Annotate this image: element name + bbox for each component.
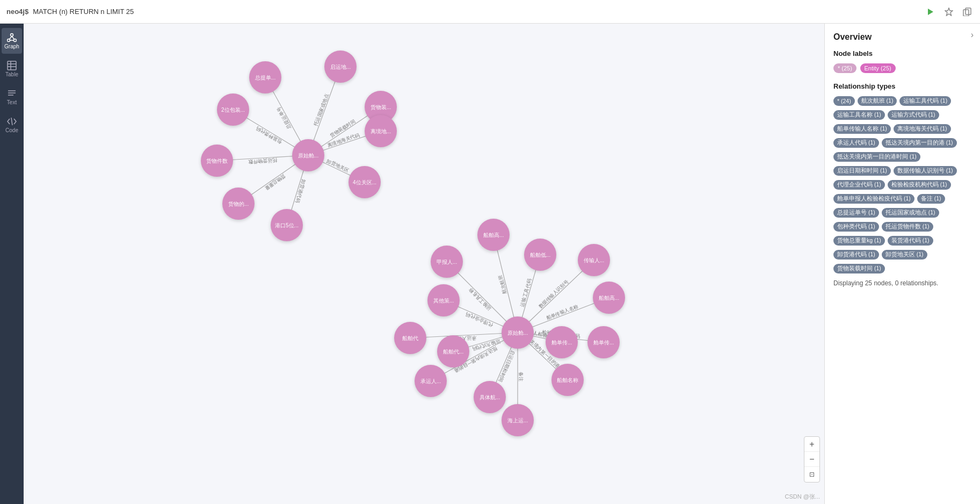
svg-text:备注: 备注 (518, 372, 524, 381)
graph-node-g2-12[interactable]: 具体航... (474, 381, 506, 413)
svg-text:卸货地关区: 卸货地关区 (326, 158, 350, 173)
node-labels-title: Node labels (833, 49, 971, 57)
rel-tag[interactable]: 抵达关境内第一目的港时间 (1) (833, 152, 920, 162)
graph-node-g2-5[interactable]: 其他策... (427, 284, 460, 316)
graph-node-g2-9[interactable]: 舱单传... (546, 326, 578, 358)
graph-node-g2-11[interactable]: 承运人... (415, 365, 447, 397)
rel-tag[interactable]: 舱单申报人检验检疫代码 (1) (833, 194, 914, 204)
rel-tag[interactable]: 总提运单号 (1) (833, 208, 879, 218)
rel-tag[interactable]: 货物总重量kg (1) (833, 236, 885, 246)
graph-node-g2-8[interactable]: 船舶代... (437, 335, 469, 368)
graph-node-g1-8[interactable]: 4位关区... (349, 166, 381, 198)
sidebar-graph-label: Graph (4, 44, 19, 49)
svg-line-7 (10, 36, 12, 39)
graph-node-g1-2[interactable]: 启运地... (324, 51, 357, 83)
rel-tag[interactable]: 船单传输人名称 (1) (833, 124, 891, 134)
graph-node-g2-6[interactable]: 船舶高... (593, 282, 625, 314)
main-area: Graph Table Text Code 总提运单号托 (0, 24, 980, 504)
svg-text:总提运单号: 总提运单号 (275, 106, 292, 130)
graph-node-g1-6[interactable]: 货物的... (222, 188, 255, 220)
svg-marker-0 (928, 9, 933, 15)
run-button[interactable] (924, 5, 937, 18)
svg-text:离境地海关代码: 离境地海关代码 (326, 132, 360, 148)
zoom-out-button[interactable]: − (804, 452, 819, 467)
svg-text:货物总重量: 货物总重量 (264, 173, 287, 191)
rel-tag[interactable]: 数据传输人识别号 (1) (894, 166, 957, 176)
rel-tag[interactable]: 托运货物件数 (1) (882, 222, 933, 232)
svg-text:数据传输人识别号: 数据传输人识别号 (538, 279, 569, 309)
copy-button[interactable] (961, 5, 974, 18)
query-prompt: neo4j$ (6, 8, 28, 16)
graph-node-g1-1[interactable]: 总提单... (249, 61, 281, 93)
zoom-in-button[interactable]: + (804, 437, 819, 452)
rel-tag[interactable]: 代理企业代码 (1) (833, 180, 885, 190)
rel-tag[interactable]: 启运日期和时间 (1) (833, 166, 891, 176)
svg-point-5 (8, 39, 10, 41)
svg-text:卸货港代码: 卸货港代码 (294, 179, 307, 204)
graph-node-g1-4[interactable]: 2位包装... (217, 93, 249, 126)
rel-tag[interactable]: 备注 (1) (917, 194, 945, 204)
rel-tag[interactable]: 航次航班 (1) (858, 96, 897, 106)
close-panel-button[interactable]: › (971, 30, 974, 40)
graph-node-g2-1[interactable]: 船舶高... (477, 219, 510, 251)
svg-point-4 (11, 33, 13, 36)
rel-tag[interactable]: 运输方式代码 (1) (888, 110, 939, 120)
sidebar-item-graph[interactable]: Graph (2, 28, 22, 54)
graph-lines-svg: 总提运单号托运国家或地点货物装载时间包装种类代码托运货物件数货物总重量卸货港代码… (24, 24, 824, 504)
svg-line-8 (12, 36, 14, 39)
graph-node-g1-5[interactable]: 货物件数 (201, 145, 233, 177)
svg-text:船单传输人名称: 船单传输人名称 (546, 304, 579, 321)
rel-tag[interactable]: 装货港代码 (1) (888, 236, 933, 246)
rel-tag[interactable]: 检验检疫机构代码 (1) (888, 180, 951, 190)
svg-rect-10 (8, 61, 16, 70)
graph-node-g2-13[interactable]: 船舶名称 (551, 364, 584, 396)
graph-node-center-2[interactable]: 原始舱... (502, 316, 534, 349)
sidebar-item-table[interactable]: Table (2, 56, 22, 82)
graph-node-g1-9[interactable]: 离境地... (365, 115, 397, 147)
svg-text:托运国家或地点: 托运国家或地点 (313, 93, 330, 127)
svg-text:运输工具名称: 运输工具名称 (468, 287, 492, 312)
sidebar-item-text[interactable]: Text (2, 84, 22, 110)
rel-tag[interactable]: 货物装载时间 (1) (833, 264, 885, 273)
rel-tag[interactable]: 运输工具名称 (1) (833, 110, 885, 120)
svg-text:航次航班: 航次航班 (498, 275, 507, 294)
rel-tag[interactable]: 包种类代码 (1) (833, 222, 879, 232)
node-tag-star[interactable]: * (25) (833, 63, 856, 73)
rel-tag[interactable]: 承运人代码 (1) (833, 138, 879, 148)
query-input[interactable] (33, 8, 920, 16)
node-tags-container: * (25) Entity (25) (833, 62, 971, 75)
rel-tag[interactable]: 卸货港代码 (1) (833, 250, 879, 260)
svg-text:运输方式代码: 运输方式代码 (471, 339, 501, 352)
graph-node-g2-10[interactable]: 舱单传... (587, 326, 620, 358)
rel-tag[interactable]: 运输工具代码 (1) (899, 96, 951, 106)
sidebar-table-label: Table (5, 71, 18, 77)
rel-tag[interactable]: 离境地海关代码 (1) (894, 124, 951, 134)
graph-area: 总提运单号托运国家或地点货物装载时间包装种类代码托运货物件数货物总重量卸货港代码… (24, 24, 824, 504)
svg-rect-3 (963, 10, 969, 16)
rel-tag[interactable]: 卸货地关区 (1) (882, 250, 927, 260)
zoom-controls: + − ⊡ (804, 436, 820, 483)
graph-node-g2-14[interactable]: 海上运... (502, 404, 534, 436)
graph-node-g2-4[interactable]: 传输人... (578, 244, 610, 276)
rel-tag[interactable]: 托运国家或地点 (1) (882, 208, 939, 218)
graph-node-g1-7[interactable]: 港口5位... (271, 209, 303, 241)
rel-tag[interactable]: 抵达关境内第一目的港 (1) (882, 138, 957, 148)
display-info: Displaying 25 nodes, 0 relationships. (833, 279, 971, 287)
zoom-fit-button[interactable]: ⊡ (804, 467, 819, 482)
svg-rect-2 (966, 8, 971, 15)
graph-node-g2-2[interactable]: 甲报人... (431, 246, 463, 278)
rel-tags-container: * (24)航次航班 (1)运输工具代码 (1)运输工具名称 (1)运输方式代码… (833, 95, 971, 275)
sidebar-code-label: Code (5, 127, 18, 133)
rel-tag[interactable]: * (24) (833, 96, 855, 106)
svg-line-17 (11, 118, 12, 125)
star-button[interactable] (942, 5, 955, 18)
svg-marker-1 (945, 8, 953, 16)
query-bar: neo4j$ (0, 0, 980, 24)
graph-node-center-1[interactable]: 原始舱... (292, 139, 324, 171)
svg-text:运输工具代码: 运输工具代码 (519, 278, 533, 308)
graph-node-g2-3[interactable]: 船舶低... (524, 239, 556, 271)
node-tag-entity[interactable]: Entity (25) (860, 63, 896, 73)
graph-node-g2-7[interactable]: 船舶代 (394, 322, 426, 354)
svg-text:启运日期和时间: 启运日期和时间 (497, 349, 516, 383)
sidebar-item-code[interactable]: Code (2, 112, 22, 138)
